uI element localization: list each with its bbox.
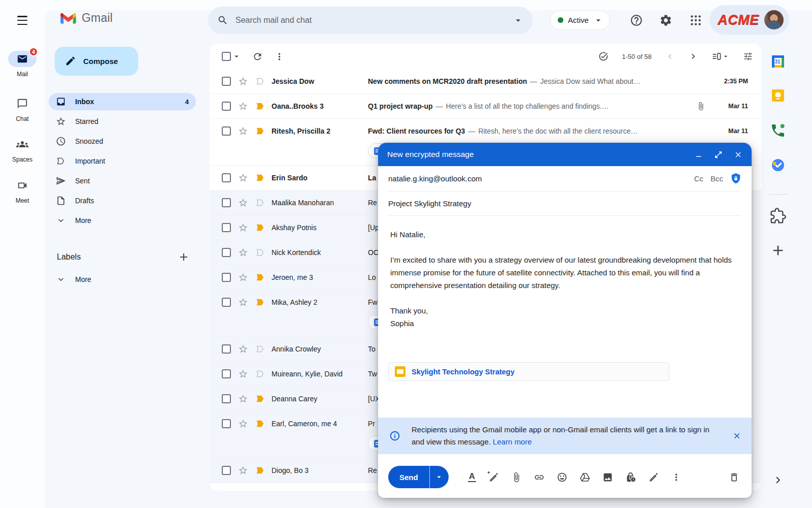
star-icon[interactable]	[238, 419, 248, 429]
newer-page-icon[interactable]	[665, 51, 675, 61]
importance-marker-icon[interactable]	[255, 465, 265, 475]
star-icon[interactable]	[238, 198, 248, 208]
send-button[interactable]: Send	[388, 466, 429, 488]
cc-link[interactable]: Cc	[694, 174, 703, 183]
insert-emoji-icon[interactable]	[557, 472, 567, 483]
importance-marker-icon[interactable]	[255, 173, 265, 183]
older-page-icon[interactable]	[688, 51, 698, 61]
sidebar-item-drafts[interactable]: Drafts	[49, 192, 196, 209]
importance-marker-icon[interactable]	[255, 369, 265, 379]
star-icon[interactable]	[238, 126, 248, 136]
importance-marker-icon[interactable]	[255, 297, 265, 307]
row-checkbox[interactable]	[222, 394, 231, 403]
row-checkbox[interactable]	[222, 198, 231, 207]
recipient-address[interactable]: natalie.g.king@outlook.com	[388, 174, 482, 183]
subject-text[interactable]: Project Skylight Strategy	[388, 199, 471, 208]
importance-marker-icon[interactable]	[255, 247, 265, 258]
sidebar-item-important[interactable]: Important	[49, 152, 196, 170]
add-label-icon[interactable]	[178, 251, 190, 263]
importance-marker-icon[interactable]	[255, 223, 265, 233]
search-icon[interactable]	[217, 15, 228, 26]
star-icon[interactable]	[238, 173, 248, 183]
insert-signature-icon[interactable]	[648, 472, 659, 483]
star-icon[interactable]	[238, 394, 248, 404]
bcc-link[interactable]: Bcc	[710, 174, 723, 183]
voice-icon[interactable]	[770, 122, 786, 139]
row-checkbox[interactable]	[222, 344, 231, 354]
encryption-shield-icon[interactable]	[730, 173, 741, 185]
row-checkbox[interactable]	[222, 419, 231, 428]
row-checkbox[interactable]	[222, 223, 231, 232]
more-options-icon[interactable]	[274, 51, 285, 62]
star-icon[interactable]	[238, 101, 248, 111]
help-me-write-icon[interactable]	[488, 472, 499, 483]
avatar[interactable]	[764, 10, 784, 29]
insert-image-icon[interactable]	[602, 472, 613, 483]
discard-draft-icon[interactable]	[729, 472, 739, 483]
labels-more[interactable]: More	[56, 274, 91, 284]
insert-link-icon[interactable]	[534, 472, 545, 483]
star-icon[interactable]	[238, 247, 248, 258]
split-pane-toggle[interactable]	[712, 51, 730, 61]
row-checkbox[interactable]	[222, 173, 231, 182]
select-caret-icon[interactable]	[232, 52, 241, 61]
learn-more-link[interactable]: Learn more	[493, 437, 532, 446]
close-icon[interactable]	[734, 150, 742, 159]
sidebar-item-starred[interactable]: Starred	[49, 113, 196, 130]
importance-marker-icon[interactable]	[255, 272, 265, 282]
calendar-icon[interactable]: 31	[770, 53, 786, 70]
email-row[interactable]: Oana..Brooks 3 Q1 project wrap-up—Here’s…	[210, 94, 761, 119]
keep-icon[interactable]	[770, 87, 786, 104]
star-icon[interactable]	[238, 272, 248, 282]
importance-marker-icon[interactable]	[255, 101, 265, 111]
sidebar-item-sent[interactable]: Sent	[49, 172, 196, 189]
tune-filter-icon[interactable]	[743, 51, 753, 61]
rail-item-spaces[interactable]: Spaces	[0, 136, 45, 163]
compose-header[interactable]: New encrypted message	[378, 143, 752, 166]
pop-out-icon[interactable]	[714, 150, 723, 159]
importance-marker-icon[interactable]	[255, 76, 265, 86]
row-checkbox[interactable]	[222, 77, 231, 86]
search-input[interactable]	[235, 16, 513, 25]
select-all-checkbox[interactable]	[222, 52, 231, 61]
confidential-mode-icon[interactable]	[625, 472, 636, 483]
insert-from-drive-icon[interactable]	[580, 472, 590, 483]
star-icon[interactable]	[238, 76, 248, 86]
attach-file-icon[interactable]	[511, 472, 522, 483]
dismiss-banner-icon[interactable]	[732, 431, 741, 440]
row-checkbox[interactable]	[222, 102, 231, 111]
refresh-icon[interactable]	[252, 51, 263, 62]
star-icon[interactable]	[238, 297, 248, 307]
search-options-caret-icon[interactable]	[513, 15, 524, 26]
hide-side-panel-icon[interactable]	[771, 473, 785, 487]
sidebar-item-inbox[interactable]: Inbox 4	[49, 93, 196, 110]
more-send-options-icon[interactable]	[671, 472, 682, 483]
row-checkbox[interactable]	[222, 126, 231, 136]
status-selector[interactable]: Active	[550, 10, 610, 30]
row-checkbox[interactable]	[222, 466, 231, 475]
star-icon[interactable]	[238, 344, 248, 354]
importance-marker-icon[interactable]	[255, 126, 265, 136]
row-checkbox[interactable]	[222, 248, 231, 257]
rail-item-mail[interactable]: 4 Mail	[0, 51, 45, 78]
search-bar[interactable]	[208, 7, 533, 34]
importance-marker-icon[interactable]	[255, 394, 265, 404]
get-addons-plus-icon[interactable]	[770, 242, 786, 259]
row-checkbox[interactable]	[222, 369, 231, 378]
row-checkbox[interactable]	[222, 273, 231, 282]
importance-marker-icon[interactable]	[255, 198, 265, 208]
compose-button[interactable]: Compose	[55, 47, 138, 75]
account-area[interactable]: ACME	[709, 5, 789, 35]
tasks-icon[interactable]	[770, 157, 786, 173]
rail-item-chat[interactable]: Chat	[0, 96, 45, 122]
send-options-caret[interactable]	[429, 466, 449, 488]
minimize-icon[interactable]	[694, 150, 703, 159]
recipients-field[interactable]: natalie.g.king@outlook.com Cc Bcc	[388, 166, 741, 192]
addons-puzzle-icon[interactable]	[770, 208, 786, 224]
help-icon[interactable]	[630, 14, 643, 27]
attached-file-chip[interactable]: Skylight Technology Strategy	[388, 362, 669, 381]
main-menu-icon[interactable]	[15, 15, 29, 26]
email-row[interactable]: Jessica Dow New comments on MCR2020 draf…	[210, 69, 761, 94]
star-icon[interactable]	[238, 223, 248, 233]
subject-field[interactable]: Project Skylight Strategy	[388, 192, 741, 216]
